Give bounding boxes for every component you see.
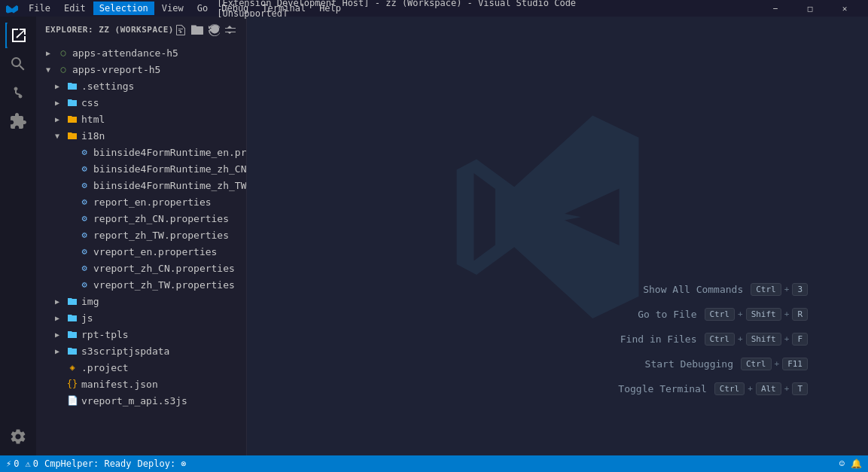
shortcut-keys: Ctrl + Shift + F (705, 333, 809, 346)
menu-file[interactable]: File (23, 2, 56, 15)
new-file-button[interactable] (174, 23, 187, 37)
shortcut-keys: Ctrl + F11 (741, 358, 808, 370)
status-deploy[interactable]: Deploy: ⊗ (138, 458, 187, 469)
key-f: F (792, 333, 808, 346)
tree-item-vreport[interactable]: ▼ ○ apps-vreport-h5 (36, 61, 246, 78)
key-plus: + (784, 309, 790, 319)
sidebar: EXPLORER: ZZ (WORKSPACE) ▶ ○ (36, 17, 247, 455)
project-file-icon: ◈ (66, 361, 78, 373)
vscode-logo-icon (6, 2, 18, 14)
menu-view[interactable]: View (156, 2, 190, 15)
gear-file-icon: ⚙ (78, 146, 90, 158)
extensions-icon[interactable] (5, 108, 31, 134)
file-tree: ▶ ○ apps-attendance-h5 ▼ ○ apps-vreport-… (36, 43, 246, 455)
folder-icon (66, 345, 78, 357)
gear-file-icon: ⚙ (78, 179, 90, 191)
minimize-button[interactable]: − (758, 0, 793, 17)
window-controls[interactable]: − □ ✕ (758, 0, 862, 17)
chevron-icon: ▶ (42, 47, 54, 59)
main-content: Show All Commands Ctrl + 3 Go to File Ct… (247, 17, 868, 455)
maximize-button[interactable]: □ (793, 0, 827, 17)
tree-item-props-zh-tw[interactable]: ⚙ biinside4FormRuntime_zh_TW.properties (36, 177, 246, 193)
shortcut-keys: Ctrl + Alt + T (714, 382, 808, 395)
tree-item-vreport-zh-cn[interactable]: ⚙ vreport_zh_CN.properties (36, 260, 246, 276)
tree-item-settings[interactable]: ▶ .settings (36, 78, 246, 94)
tree-item-rpt-tpls[interactable]: ▶ rpt-tpls (36, 326, 246, 343)
shortcut-label: Start Debugging (645, 358, 733, 370)
tree-item-s3js[interactable]: 📄 vreport_m_api.s3js (36, 392, 246, 409)
close-button[interactable]: ✕ (827, 0, 862, 17)
menu-selection[interactable]: Selection (93, 2, 154, 15)
tree-item-vreport-en[interactable]: ⚙ vreport_en.properties (36, 243, 246, 260)
status-smiley[interactable]: ☺ (839, 458, 845, 469)
status-warnings[interactable]: ⚠ 0 (25, 458, 38, 469)
tree-item-report-zh-cn[interactable]: ⚙ report_zh_CN.properties (36, 210, 246, 227)
folder-icon (66, 328, 78, 340)
folder-icon (66, 129, 78, 142)
tree-item-props-en[interactable]: ⚙ biinside4FormRuntime_en.properties (36, 144, 246, 160)
menu-go[interactable]: Go (191, 2, 214, 15)
gear-file-icon: ⚙ (78, 229, 90, 241)
folder-icon (66, 295, 78, 307)
refresh-button[interactable] (207, 23, 221, 37)
gear-file-icon: ⚙ (78, 279, 90, 291)
key-ctrl: Ctrl (751, 283, 781, 296)
file-label: report_zh_TW.properties (93, 230, 229, 241)
folder-icon (66, 113, 78, 125)
file-label: apps-attendance-h5 (72, 47, 178, 59)
search-icon[interactable] (5, 51, 31, 77)
tree-item-attendance[interactable]: ▶ ○ apps-attendance-h5 (36, 44, 246, 61)
file-label: rpt-tpls (81, 329, 129, 340)
key-plus: + (784, 384, 790, 394)
key-ctrl: Ctrl (714, 382, 745, 395)
settings-icon[interactable] (5, 424, 31, 449)
sidebar-actions[interactable] (174, 23, 237, 37)
smiley-icon: ☺ (839, 458, 845, 469)
file-label: js (81, 312, 93, 324)
folder-icon (66, 96, 78, 108)
file-label: css (81, 97, 99, 108)
status-bar-left: ⚡ 0 ⚠ 0 CmpHelper: Ready Deploy: ⊗ (6, 458, 187, 469)
source-control-icon[interactable] (5, 80, 31, 105)
tree-item-css[interactable]: ▶ css (36, 94, 246, 111)
status-bar: ⚡ 0 ⚠ 0 CmpHelper: Ready Deploy: ⊗ ☺ 🔔 (0, 455, 868, 472)
tree-item-report-en[interactable]: ⚙ report_en.properties (36, 193, 246, 210)
chevron-icon: ▶ (51, 80, 63, 92)
shortcut-row-commands: Show All Commands Ctrl + 3 (618, 283, 808, 296)
file-label: biinside4FormRuntime_zh_CN.properties (93, 163, 246, 175)
menu-edit[interactable]: Edit (58, 2, 92, 15)
tree-item-props-zh-cn[interactable]: ⚙ biinside4FormRuntime_zh_CN.properties (36, 160, 246, 177)
shortcut-label: Find in Files (620, 333, 697, 345)
main-layout: EXPLORER: ZZ (WORKSPACE) ▶ ○ (0, 17, 868, 455)
tree-item-html[interactable]: ▶ html (36, 111, 246, 127)
shortcut-keys: Ctrl + 3 (751, 283, 808, 296)
tree-item-vreport-zh-tw[interactable]: ⚙ vreport_zh_TW.properties (36, 276, 246, 293)
gear-file-icon: ⚙ (78, 163, 90, 175)
new-folder-button[interactable] (190, 23, 204, 37)
shortcut-row-find: Find in Files Ctrl + Shift + F (618, 333, 808, 346)
chevron-icon: ▼ (51, 129, 63, 142)
activity-bar-bottom (5, 424, 31, 455)
tree-item-project[interactable]: ◈ .project (36, 359, 246, 376)
gear-file-icon: ⚙ (78, 196, 90, 208)
key-alt: Alt (756, 382, 781, 395)
tree-item-js[interactable]: ▶ js (36, 309, 246, 326)
deploy-text: Deploy: ⊗ (138, 458, 187, 469)
folder-icon (66, 80, 78, 92)
tree-item-i18n[interactable]: ▼ i18n (36, 127, 246, 144)
status-notifications[interactable]: 🔔 (851, 458, 862, 469)
collapse-button[interactable] (224, 23, 237, 37)
tree-item-s3script[interactable]: ▶ s3scriptjspdata (36, 343, 246, 359)
key-ctrl: Ctrl (705, 308, 736, 321)
tree-item-manifest[interactable]: {} manifest.json (36, 376, 246, 392)
error-count: 0 (14, 458, 19, 469)
file-label: html (81, 114, 105, 125)
file-label: .project (81, 362, 129, 373)
explorer-icon[interactable] (5, 23, 31, 48)
status-errors[interactable]: ⚡ 0 (6, 458, 19, 469)
file-label: vreport_zh_CN.properties (93, 263, 235, 274)
key-3: 3 (792, 283, 808, 296)
shortcut-row-terminal: Toggle Terminal Ctrl + Alt + T (618, 382, 808, 395)
tree-item-img[interactable]: ▶ img (36, 293, 246, 309)
tree-item-report-zh-tw[interactable]: ⚙ report_zh_TW.properties (36, 227, 246, 243)
